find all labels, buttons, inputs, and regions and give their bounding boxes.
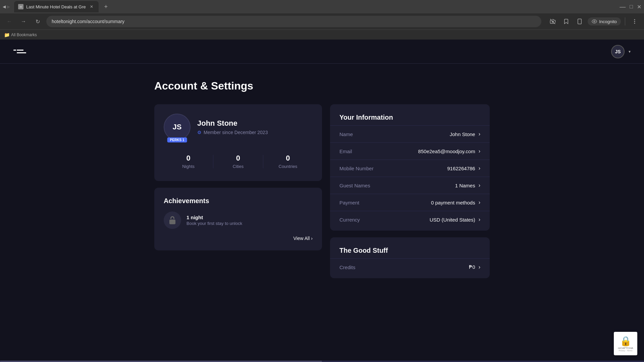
- tab-close-button[interactable]: ✕: [89, 4, 95, 10]
- close-button[interactable]: ✕: [637, 4, 641, 10]
- back-button[interactable]: ←: [4, 16, 15, 27]
- lock-body: [169, 220, 175, 224]
- nights-label: Nights: [164, 164, 213, 169]
- lock-icon: [168, 216, 176, 224]
- info-label-payment: Payment: [339, 200, 431, 205]
- profile-avatar: JS PERKS 1: [164, 114, 191, 140]
- view-all-button[interactable]: View All ›: [293, 236, 313, 241]
- countries-label: Countries: [263, 164, 313, 169]
- devices-icon[interactable]: [574, 16, 585, 27]
- right-column: Your Information Name John Stone › Email…: [330, 104, 490, 278]
- info-row-guest-names[interactable]: Guest Names 1 Names ›: [330, 177, 490, 194]
- achievements-title: Achievements: [164, 197, 313, 205]
- achievement-text: 1 night Book your first stay to unlock: [186, 215, 313, 226]
- your-information-title: Your Information: [330, 107, 490, 125]
- stat-cities: 0 Cities: [213, 151, 263, 172]
- minimize-button[interactable]: —: [620, 3, 626, 10]
- logo-line-1: [13, 50, 16, 51]
- info-value-email: 850e2ea5@moodjoy.com: [418, 148, 475, 154]
- avatar-initials: JS: [173, 123, 182, 131]
- svg-point-5: [634, 19, 635, 20]
- incognito-button[interactable]: Incognito: [588, 17, 621, 25]
- svg-point-6: [634, 21, 635, 22]
- achievements-card: Achievements 1 night Book your first sta…: [154, 188, 322, 250]
- info-value-currency: USD (United States): [430, 217, 475, 223]
- recaptcha-label: reCAPTCHA: [618, 347, 633, 350]
- recaptcha-inner: 🔒 reCAPTCHA Privacy - Terms: [618, 336, 633, 352]
- achievement-icon: [164, 212, 181, 229]
- left-column: JS PERKS 1 John Stone ⚙ Member since Dec…: [154, 104, 322, 278]
- info-row-name[interactable]: Name John Stone ›: [330, 125, 490, 142]
- address-bar[interactable]: hoteltonight.com/account/summary: [46, 16, 541, 27]
- perks-badge: PERKS 1: [167, 137, 187, 142]
- info-value-mobile: 9162264786: [447, 166, 475, 171]
- good-stuff-title: The Good Stuff: [330, 240, 490, 258]
- logo[interactable]: [13, 50, 26, 53]
- info-row-payment[interactable]: Payment 0 payment methods ›: [330, 194, 490, 211]
- mobile-chevron: ›: [479, 165, 480, 171]
- profile-member: ⚙ Member since December 2023: [197, 130, 313, 135]
- info-row-email[interactable]: Email 850e2ea5@moodjoy.com ›: [330, 142, 490, 160]
- name-chevron: ›: [479, 131, 480, 137]
- stat-nights: 0 Nights: [164, 151, 213, 172]
- info-value-name: John Stone: [450, 131, 475, 137]
- info-label-currency: Currency: [339, 217, 430, 223]
- scroll-indicator: [0, 361, 644, 362]
- user-avatar-nav[interactable]: JS: [611, 45, 625, 58]
- tab-title: Last Minute Hotel Deals at Gre: [26, 4, 86, 9]
- profile-info: John Stone ⚙ Member since December 2023: [197, 119, 313, 135]
- content-grid: JS PERKS 1 John Stone ⚙ Member since Dec…: [154, 104, 490, 278]
- credits-chevron: ›: [479, 264, 480, 270]
- good-stuff-card: The Good Stuff Credits ₱0 ›: [330, 237, 490, 278]
- active-tab[interactable]: H Last Minute Hotel Deals at Gre ✕: [14, 1, 99, 12]
- member-since-text: Member since December 2023: [204, 130, 268, 135]
- nav-dropdown-arrow[interactable]: ▾: [629, 49, 631, 54]
- incognito-label: Incognito: [599, 19, 617, 24]
- info-row-currency[interactable]: Currency USD (United States) ›: [330, 211, 490, 228]
- tab-back-arrow: ◀: [3, 4, 6, 9]
- top-navigation: JS ▾: [0, 40, 644, 64]
- maximize-button[interactable]: □: [630, 4, 633, 10]
- info-value-payment: 0 payment methods: [431, 200, 475, 205]
- achievement-item: 1 night Book your first stay to unlock: [164, 212, 313, 229]
- bookmark-icon[interactable]: [561, 16, 572, 27]
- stat-countries: 0 Countries: [263, 151, 313, 172]
- profile-name: John Stone: [197, 119, 313, 128]
- forward-button[interactable]: →: [18, 16, 29, 27]
- info-row-mobile[interactable]: Mobile Number 9162264786 ›: [330, 160, 490, 177]
- logo-line-3: [17, 52, 26, 53]
- svg-point-4: [594, 21, 595, 22]
- url-text: hoteltonight.com/account/summary: [52, 19, 536, 24]
- main-content: Account & Settings JS PERKS 1 John Stone: [87, 64, 557, 294]
- good-stuff-row-credits[interactable]: Credits ₱0 ›: [330, 258, 490, 276]
- currency-chevron: ›: [479, 217, 480, 223]
- countries-value: 0: [263, 154, 313, 163]
- tab-favicon: H: [18, 4, 23, 9]
- nights-value: 0: [164, 154, 213, 163]
- view-all-row: View All ›: [164, 236, 313, 241]
- credits-label: Credits: [339, 264, 469, 270]
- your-information-card: Your Information Name John Stone › Email…: [330, 104, 490, 231]
- svg-rect-2: [578, 19, 582, 24]
- tab-forward-arrow: ▶: [7, 4, 10, 9]
- view-all-label: View All: [293, 236, 310, 241]
- payment-chevron: ›: [479, 199, 480, 205]
- guest-names-chevron: ›: [479, 182, 480, 188]
- email-chevron: ›: [479, 148, 480, 154]
- info-value-guest-names: 1 Names: [455, 183, 475, 188]
- new-tab-button[interactable]: +: [101, 2, 111, 11]
- menu-icon[interactable]: [629, 16, 640, 27]
- profile-card: JS PERKS 1 John Stone ⚙ Member since Dec…: [154, 104, 322, 181]
- camera-off-icon[interactable]: [547, 16, 558, 27]
- achievement-desc: Book your first stay to unlock: [186, 221, 313, 226]
- bookmarks-folder-icon: 📁: [4, 32, 10, 38]
- bookmarks-label[interactable]: All Bookmarks: [11, 33, 37, 37]
- info-label-name: Name: [339, 131, 450, 137]
- profile-top: JS PERKS 1 John Stone ⚙ Member since Dec…: [164, 114, 313, 140]
- view-all-chevron: ›: [311, 236, 313, 241]
- app-content: JS ▾ Account & Settings JS PERKS 1 John …: [0, 40, 644, 362]
- recaptcha-sub: Privacy - Terms: [618, 350, 633, 352]
- verified-icon: ⚙: [197, 130, 202, 135]
- credits-value: ₱0: [469, 264, 475, 270]
- refresh-button[interactable]: ↻: [32, 16, 43, 27]
